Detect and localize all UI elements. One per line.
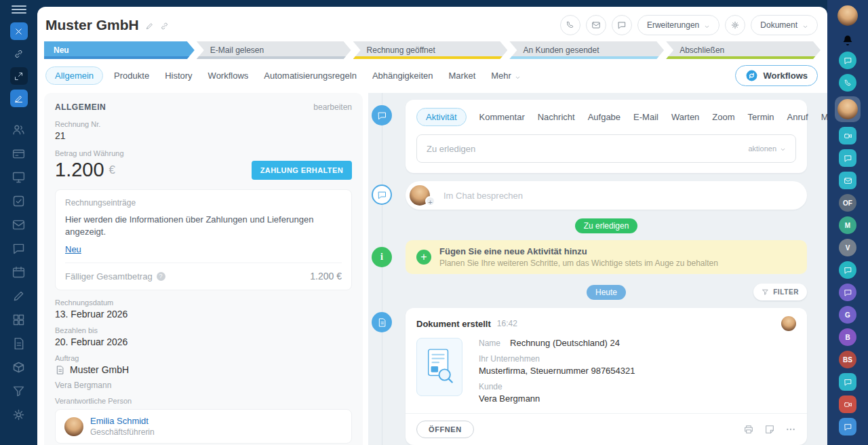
left-sidebar-menu — [12, 123, 26, 422]
document-icon — [372, 312, 392, 332]
close-slider-button[interactable] — [10, 22, 28, 40]
today-badge[interactable]: Heute — [587, 285, 626, 300]
composer-tab-aufgabe[interactable]: Aufgabe — [588, 112, 620, 122]
chat-item-bs[interactable]: BS — [839, 351, 856, 368]
composer-tab-warten[interactable]: Warten — [671, 112, 699, 122]
add-activity-icon[interactable]: + — [416, 250, 431, 265]
wallet-icon[interactable] — [12, 147, 26, 161]
responsible-name[interactable]: Emilia Schmidt — [90, 416, 155, 426]
composer-tab-mehr[interactable]: Mehr — [821, 112, 827, 122]
chat-discuss-input[interactable] — [443, 191, 797, 201]
notifications-bell-icon[interactable] — [840, 31, 856, 47]
document-preview[interactable] — [416, 338, 462, 396]
users-icon[interactable] — [12, 123, 26, 137]
gear-icon[interactable] — [12, 408, 26, 422]
doc-icon[interactable] — [12, 336, 26, 351]
edit-section-link[interactable]: bearbeiten — [313, 102, 352, 112]
profile-avatar[interactable] — [837, 5, 858, 26]
tab-automatisierungsregeln[interactable]: Automatisierungsregeln — [264, 71, 357, 81]
chat-item-6[interactable] — [839, 395, 856, 413]
avatar — [781, 316, 796, 331]
chat-item-1[interactable] — [839, 149, 856, 167]
camera-icon — [839, 127, 856, 144]
chat-item-7[interactable] — [839, 418, 856, 436]
extensions-dropdown[interactable]: Erweiterungen — [637, 15, 719, 35]
activity-composer: Aktivität Kommentar Nachricht Aufgabe E-… — [406, 100, 807, 173]
composer-tab-email[interactable]: E-Mail — [633, 112, 658, 122]
call-button[interactable] — [560, 15, 580, 35]
filter-button[interactable]: FILTER — [753, 284, 807, 301]
chat-item-b[interactable]: B — [839, 328, 856, 346]
workflows-button[interactable]: Workflows — [735, 65, 818, 86]
chat-item-m[interactable]: M — [839, 216, 856, 234]
copy-title-link-icon[interactable] — [160, 21, 169, 30]
help-icon[interactable]: ? — [157, 272, 165, 281]
composer-tab-nachricht[interactable]: Nachricht — [538, 112, 575, 122]
stage-an-kunden-gesendet[interactable]: An Kunden gesendet — [509, 41, 664, 59]
stage-rechnung-geoeffnet[interactable]: Rechnung geöffnet — [353, 41, 508, 59]
funnel-icon[interactable] — [12, 384, 26, 398]
chat-item-g[interactable]: G — [839, 306, 856, 324]
pencil-icon[interactable] — [12, 289, 26, 303]
tab-produkte[interactable]: Produkte — [114, 71, 149, 81]
currency-symbol: € — [109, 163, 115, 177]
tab-abhaengigkeiten[interactable]: Abhängigkeiten — [372, 71, 433, 81]
bell-icon — [840, 31, 856, 47]
messenger-shortcut-1[interactable] — [839, 52, 856, 69]
actions-dropdown[interactable]: aktionen — [748, 144, 786, 153]
responsible-label: Verantwortliche Person — [55, 397, 352, 405]
monitor-icon[interactable] — [12, 170, 26, 185]
compose-button[interactable] — [10, 90, 28, 107]
chat-item-of[interactable]: OF — [839, 194, 856, 212]
payment-received-button[interactable]: ZAHLUNG ERHALTEN — [252, 161, 352, 180]
messenger-shortcut-2[interactable] — [839, 74, 856, 92]
tab-workflows[interactable]: Workflows — [208, 71, 249, 81]
responsible-person-card[interactable]: Emilia Schmidt Geschäftsführerin — [55, 409, 352, 444]
calendar-icon[interactable] — [12, 265, 26, 279]
open-document-button[interactable]: ÖFFNEN — [416, 421, 474, 438]
composer-tab-aktivitaet[interactable]: Aktivität — [416, 108, 467, 126]
entries-new-link[interactable]: Neu — [65, 244, 81, 254]
chat-discuss-bar[interactable]: + — [406, 181, 807, 210]
stage-email-gelesen[interactable]: E-Mail gelesen — [197, 41, 351, 59]
more-options-icon[interactable] — [785, 424, 796, 435]
chat-item-v[interactable]: V — [839, 239, 856, 256]
todo-filter-badge[interactable]: Zu erledigen — [575, 218, 638, 233]
order-value[interactable]: Muster GmbH — [70, 364, 129, 375]
composer-tab-termin[interactable]: Termin — [748, 112, 774, 122]
tab-market[interactable]: Market — [449, 71, 476, 81]
content-area: ALLGEMEIN bearbeiten Rechnung Nr. 21 Bet… — [37, 93, 827, 445]
stage-abschliessen[interactable]: Abschließen — [666, 41, 821, 59]
chat-item-3[interactable] — [839, 261, 856, 279]
box-icon[interactable] — [12, 360, 26, 374]
add-participant-icon[interactable]: + — [425, 196, 435, 206]
note-icon[interactable] — [764, 424, 775, 435]
mail-icon[interactable] — [12, 218, 26, 232]
chat-button[interactable] — [612, 15, 632, 35]
edit-title-icon[interactable] — [145, 21, 154, 30]
composer-tab-anruf[interactable]: Anruf — [787, 112, 808, 122]
chat-item-video[interactable] — [839, 127, 856, 144]
print-icon[interactable] — [743, 424, 754, 435]
chat-item-5[interactable] — [839, 373, 856, 391]
compose-icon — [14, 94, 24, 104]
email-button[interactable] — [586, 15, 606, 35]
tab-allgemein[interactable]: Allgemein — [45, 66, 103, 85]
tab-history[interactable]: History — [165, 71, 192, 81]
open-new-window-button[interactable] — [10, 67, 28, 85]
menu-icon[interactable] — [12, 3, 26, 16]
tab-mehr[interactable]: Mehr — [491, 71, 521, 81]
composer-tab-kommentar[interactable]: Kommentar — [479, 112, 525, 122]
chat-icon[interactable] — [12, 241, 26, 256]
grid-icon[interactable] — [12, 313, 26, 327]
active-chat-avatar[interactable] — [835, 96, 861, 122]
chat-item-4[interactable] — [839, 284, 856, 301]
copy-link-button[interactable] — [10, 45, 28, 62]
tasks-icon[interactable] — [12, 194, 26, 208]
chat-item-2[interactable] — [839, 172, 856, 189]
settings-button[interactable] — [725, 15, 745, 35]
document-dropdown[interactable]: Dokument — [751, 15, 818, 35]
stage-neu[interactable]: Neu — [44, 41, 195, 59]
todo-input[interactable] — [427, 144, 748, 154]
composer-tab-zoom[interactable]: Zoom — [712, 112, 734, 122]
